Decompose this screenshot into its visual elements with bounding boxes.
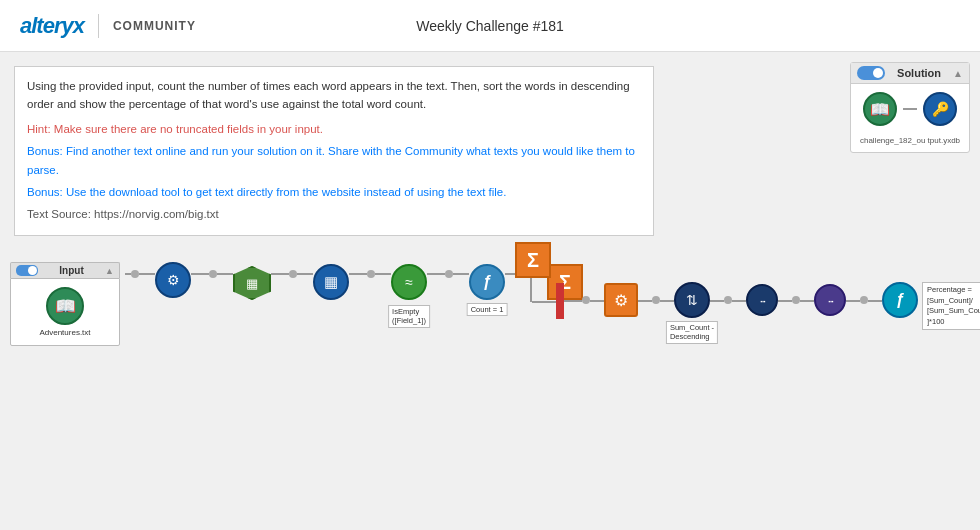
solution-toggle[interactable] bbox=[857, 66, 885, 80]
container-header: Input ▲ bbox=[10, 262, 120, 278]
node-6-sigma: Σ bbox=[547, 264, 583, 300]
solution-node-output: 🔑 bbox=[923, 92, 957, 126]
logo-divider bbox=[98, 14, 99, 38]
desc-hint: Hint: Make sure there are no truncated f… bbox=[27, 120, 641, 138]
dots1-icon: ··· bbox=[760, 293, 765, 308]
gear-box: ⚙ bbox=[604, 283, 638, 317]
formula-out-circle: ƒ bbox=[882, 282, 918, 318]
dots2-circle: ··· bbox=[814, 284, 846, 316]
node-5[interactable]: ƒ Count = 1 bbox=[469, 264, 505, 300]
node-upper-sigma[interactable]: Σ bbox=[515, 242, 551, 278]
conn-dot-6 bbox=[582, 296, 590, 304]
node-6[interactable]: Σ bbox=[547, 264, 583, 300]
upper-sigma-box: Σ bbox=[515, 242, 551, 278]
solution-collapse-btn[interactable]: ▲ bbox=[953, 68, 963, 79]
conn-7 bbox=[375, 273, 391, 275]
conn-dot-0 bbox=[131, 270, 139, 278]
node-sort[interactable]: ⇅ Sum_Count -Descending bbox=[674, 282, 710, 318]
sort-icon: ⇅ bbox=[686, 292, 698, 308]
branch-vertical bbox=[530, 278, 532, 302]
node-2[interactable]: ▦ bbox=[233, 266, 271, 300]
conn-5 bbox=[297, 273, 313, 275]
conn-dot-7 bbox=[652, 296, 660, 304]
node-1-circle: ⚙ bbox=[155, 262, 191, 298]
solution-node-input: 📖 bbox=[863, 92, 897, 126]
conn-14 bbox=[710, 300, 724, 302]
conn-after-dot bbox=[590, 300, 604, 302]
conn-6 bbox=[349, 273, 367, 275]
solution-body: 📖 🔑 bbox=[851, 84, 969, 134]
solution-connector bbox=[903, 108, 917, 110]
node-4[interactable]: ≈ IsEmpty([Field_1]) bbox=[391, 264, 427, 300]
desc-bonus2-text: Bonus: Use the download tool to get text… bbox=[27, 186, 506, 198]
input-filename: Adventures.txt bbox=[39, 328, 90, 337]
node-2-hex: ▦ bbox=[233, 266, 271, 300]
conn-after-bar bbox=[564, 300, 582, 302]
solution-header: Solution ▲ bbox=[851, 63, 969, 84]
node-3[interactable]: ▦ bbox=[313, 264, 349, 300]
conn-19 bbox=[868, 300, 882, 302]
node-1[interactable]: ⚙ bbox=[155, 262, 191, 300]
desc-bonus1-text: Bonus: Find another text online and run … bbox=[27, 145, 635, 175]
formula-out-tooltip: Percentage =[Sum_Count]/[Sum_Sum_Count]*… bbox=[922, 282, 980, 330]
conn-3 bbox=[217, 273, 233, 275]
vertical-bar bbox=[556, 283, 564, 319]
conn-4 bbox=[271, 273, 289, 275]
conn-9 bbox=[453, 273, 469, 275]
conn-17 bbox=[800, 300, 814, 302]
gear-icon: ⚙ bbox=[614, 291, 628, 310]
conn-1 bbox=[139, 273, 155, 275]
sort-tooltip: Sum_Count -Descending bbox=[666, 321, 718, 345]
dots2-icon: ··· bbox=[828, 293, 833, 308]
node-3-icon: ▦ bbox=[324, 273, 338, 291]
conn-dot-4 bbox=[445, 270, 453, 278]
key-icon: 🔑 bbox=[932, 101, 949, 117]
desc-bonus1: Bonus: Find another text online and run … bbox=[27, 142, 641, 179]
container-label: Input bbox=[59, 265, 83, 276]
input-container: Input ▲ 📖 Adventures.txt bbox=[10, 262, 120, 346]
sort-circle: ⇅ bbox=[674, 282, 710, 318]
conn-13 bbox=[660, 300, 674, 302]
logo[interactable]: alteryx bbox=[20, 13, 84, 39]
conn-18 bbox=[846, 300, 860, 302]
header: alteryx COMMUNITY Weekly Challenge #181 bbox=[0, 0, 980, 52]
node-dots2[interactable]: ··· bbox=[814, 284, 846, 316]
desc-main: Using the provided input, count the numb… bbox=[27, 77, 641, 114]
container-toggle[interactable] bbox=[16, 265, 38, 276]
node-1-icon: ⚙ bbox=[167, 272, 180, 288]
node-5-circle: ƒ bbox=[469, 264, 505, 300]
node-2-icon: ▦ bbox=[246, 276, 258, 291]
conn-16 bbox=[778, 300, 792, 302]
node-dots1[interactable]: ··· bbox=[746, 284, 778, 316]
conn-dot-8 bbox=[724, 296, 732, 304]
conn-dot-2 bbox=[289, 270, 297, 278]
description-box: Using the provided input, count the numb… bbox=[14, 66, 654, 236]
book-icon: 📖 bbox=[870, 100, 890, 119]
page-title: Weekly Challenge #181 bbox=[416, 18, 564, 34]
conn-15 bbox=[732, 300, 746, 302]
node-5-icon: ƒ bbox=[483, 273, 492, 291]
conn-12 bbox=[638, 300, 652, 302]
conn-dot-9 bbox=[792, 296, 800, 304]
node-5-tooltip: Count = 1 bbox=[467, 303, 508, 316]
main-area: Using the provided input, count the numb… bbox=[0, 52, 980, 530]
input-node[interactable]: 📖 bbox=[46, 287, 84, 325]
node-4-circle: ≈ bbox=[391, 264, 427, 300]
desc-source: Text Source: https://norvig.com/big.txt bbox=[27, 205, 641, 223]
formula-out-icon: ƒ bbox=[896, 291, 905, 309]
node-4-icon: ≈ bbox=[405, 274, 413, 290]
conn-8 bbox=[427, 273, 445, 275]
dots1-circle: ··· bbox=[746, 284, 778, 316]
workflow-canvas: Input ▲ 📖 Adventures.txt ⚙ bbox=[0, 247, 980, 530]
container-collapse-btn[interactable]: ▲ bbox=[105, 266, 114, 276]
node-formula-out[interactable]: ƒ Percentage =[Sum_Count]/[Sum_Sum_Count… bbox=[882, 282, 918, 318]
conn-dot-1 bbox=[209, 270, 217, 278]
community-label: COMMUNITY bbox=[113, 19, 196, 33]
node-gear[interactable]: ⚙ bbox=[604, 283, 638, 317]
desc-hint-text: Hint: Make sure there are no truncated f… bbox=[27, 123, 323, 135]
input-book-icon: 📖 bbox=[55, 296, 76, 317]
conn-dot-3 bbox=[367, 270, 375, 278]
container-body: 📖 Adventures.txt bbox=[10, 278, 120, 346]
node-3-circle: ▦ bbox=[313, 264, 349, 300]
solution-label: Solution bbox=[897, 67, 941, 79]
